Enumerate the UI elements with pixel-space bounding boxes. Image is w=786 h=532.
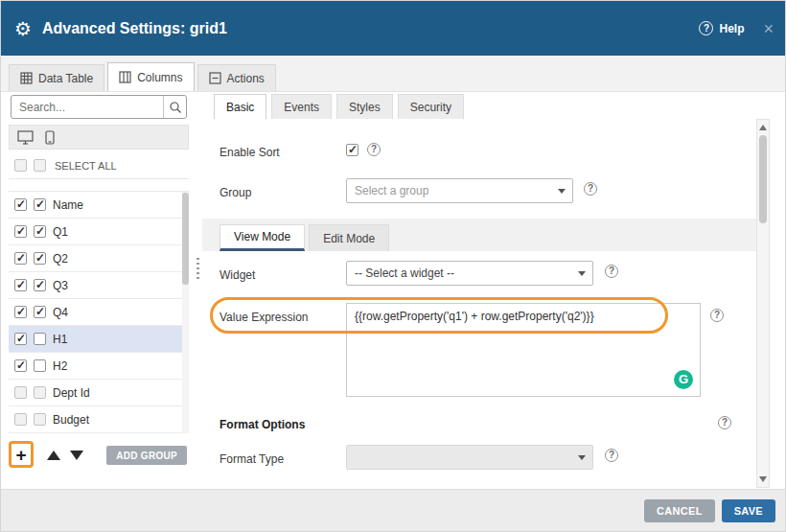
value-expression-help-icon[interactable] bbox=[710, 309, 724, 322]
panel-splitter-grip[interactable] bbox=[196, 258, 199, 279]
mobile-icon[interactable] bbox=[45, 130, 55, 145]
list-item[interactable]: Q2 bbox=[9, 245, 189, 272]
help-link[interactable]: Help bbox=[719, 22, 744, 35]
list-item[interactable]: Q3 bbox=[9, 272, 189, 299]
mobile-checkbox[interactable] bbox=[34, 413, 46, 426]
annotation-add-column: + bbox=[9, 441, 34, 468]
visible-checkbox[interactable] bbox=[14, 198, 27, 211]
tab-basic[interactable]: Basic bbox=[214, 94, 266, 119]
tab-label: Columns bbox=[137, 71, 182, 84]
group-select-value: Select a group bbox=[355, 184, 428, 197]
panel-scrollbar-thumb[interactable] bbox=[759, 135, 767, 223]
visible-checkbox[interactable] bbox=[14, 413, 27, 426]
columns-icon bbox=[119, 71, 131, 83]
columns-list: Name Q1 Q2 Q3 Q4 bbox=[9, 191, 189, 433]
visible-checkbox[interactable] bbox=[14, 306, 27, 318]
gear-icon: ⚙︎ bbox=[14, 19, 32, 38]
mobile-checkbox[interactable] bbox=[34, 252, 46, 265]
visible-checkbox[interactable] bbox=[14, 359, 27, 372]
mobile-checkbox[interactable] bbox=[34, 279, 46, 291]
add-group-button[interactable]: ADD GROUP bbox=[106, 446, 187, 465]
tab-label: Actions bbox=[227, 72, 265, 85]
column-name: H2 bbox=[53, 359, 67, 373]
search-button[interactable] bbox=[163, 96, 186, 118]
select-all-visible-checkbox[interactable] bbox=[14, 159, 27, 172]
tab-label: Security bbox=[410, 101, 451, 114]
tab-view-mode[interactable]: View Mode bbox=[220, 224, 305, 251]
close-icon[interactable]: × bbox=[763, 20, 774, 37]
panel-scrollbar[interactable] bbox=[756, 119, 770, 488]
mobile-checkbox[interactable] bbox=[34, 198, 46, 211]
widget-select-value: -- Select a widget -- bbox=[355, 266, 454, 280]
advanced-settings-dialog: ⚙︎ Advanced Settings: grid1 Help × Data … bbox=[0, 0, 786, 532]
settings-tabs: Basic Events Styles Security bbox=[202, 93, 770, 119]
enable-sort-checkbox[interactable] bbox=[346, 144, 358, 156]
format-type-label: Format Type bbox=[220, 452, 284, 466]
list-item[interactable]: Q1 bbox=[9, 219, 189, 245]
tab-actions[interactable]: Actions bbox=[197, 64, 276, 91]
move-up-button[interactable] bbox=[47, 451, 60, 460]
format-type-select[interactable] bbox=[346, 445, 593, 470]
visible-checkbox[interactable] bbox=[14, 225, 27, 238]
tab-label: Styles bbox=[349, 101, 381, 114]
chevron-down-icon bbox=[578, 271, 586, 276]
mobile-checkbox[interactable] bbox=[34, 306, 46, 318]
scroll-up-icon[interactable] bbox=[759, 125, 767, 130]
search-icon bbox=[169, 101, 182, 114]
header-actions: Help × bbox=[699, 20, 774, 37]
tab-events[interactable]: Events bbox=[271, 94, 332, 119]
visible-checkbox[interactable] bbox=[14, 252, 27, 265]
move-down-button[interactable] bbox=[70, 451, 83, 460]
dialog-title: Advanced Settings: grid1 bbox=[42, 20, 227, 37]
list-item[interactable]: Name bbox=[9, 192, 189, 219]
tab-data-table[interactable]: Data Table bbox=[9, 64, 104, 91]
tab-columns[interactable]: Columns bbox=[107, 62, 194, 91]
visible-checkbox[interactable] bbox=[14, 333, 27, 345]
cancel-button[interactable]: CANCEL bbox=[644, 499, 715, 522]
column-name: Name bbox=[53, 198, 83, 212]
scroll-down-icon[interactable] bbox=[759, 476, 767, 482]
list-scrollbar[interactable] bbox=[182, 192, 189, 433]
tab-label: Data Table bbox=[38, 72, 93, 85]
select-all-mobile-checkbox[interactable] bbox=[34, 159, 46, 172]
chevron-down-icon bbox=[578, 455, 586, 460]
column-settings-panel: Basic Events Styles Security Enable Sort… bbox=[202, 93, 770, 488]
help-icon[interactable] bbox=[699, 21, 713, 35]
visible-checkbox[interactable] bbox=[14, 279, 27, 291]
enable-sort-help-icon[interactable] bbox=[367, 143, 381, 156]
format-options-help-icon[interactable] bbox=[718, 416, 731, 429]
list-item[interactable]: H2 bbox=[9, 353, 189, 380]
value-expression-input[interactable]: {{row.getProperty('q1') + row.getPropert… bbox=[346, 303, 701, 397]
value-expression-field: {{row.getProperty('q1') + row.getPropert… bbox=[346, 303, 701, 397]
tab-edit-mode[interactable]: Edit Mode bbox=[309, 224, 389, 251]
dialog-footer: CANCEL SAVE bbox=[1, 489, 786, 531]
group-help-icon[interactable] bbox=[584, 182, 597, 196]
list-scrollbar-thumb[interactable] bbox=[182, 193, 189, 285]
mobile-checkbox[interactable] bbox=[34, 333, 46, 345]
mobile-checkbox[interactable] bbox=[34, 225, 46, 238]
tab-styles[interactable]: Styles bbox=[336, 94, 393, 119]
list-item[interactable]: H1 bbox=[9, 326, 189, 353]
widget-help-icon[interactable] bbox=[605, 265, 618, 278]
tab-security[interactable]: Security bbox=[398, 94, 464, 119]
column-name: Q3 bbox=[53, 279, 68, 292]
format-type-help-icon[interactable] bbox=[605, 449, 618, 462]
mobile-checkbox[interactable] bbox=[34, 386, 46, 399]
desktop-icon[interactable] bbox=[17, 130, 34, 145]
tab-label: Events bbox=[284, 101, 319, 114]
select-all-label: SELECT ALL bbox=[55, 160, 117, 172]
group-select[interactable]: Select a group bbox=[346, 178, 573, 203]
widget-select[interactable]: -- Select a widget -- bbox=[346, 261, 593, 286]
sidebar-controls: + ADD GROUP bbox=[9, 441, 189, 472]
list-item[interactable]: Dept Id bbox=[9, 380, 189, 406]
add-column-button[interactable]: + bbox=[15, 446, 26, 464]
column-name: Q1 bbox=[53, 225, 68, 239]
select-all-row: SELECT ALL bbox=[9, 152, 189, 179]
search-input[interactable] bbox=[11, 95, 187, 119]
list-item[interactable]: Budget bbox=[9, 406, 189, 433]
save-button[interactable]: SAVE bbox=[722, 499, 775, 522]
grammarly-icon[interactable]: G bbox=[674, 370, 693, 389]
visible-checkbox[interactable] bbox=[14, 386, 27, 399]
list-item[interactable]: Q4 bbox=[9, 299, 189, 326]
mobile-checkbox[interactable] bbox=[34, 359, 46, 372]
